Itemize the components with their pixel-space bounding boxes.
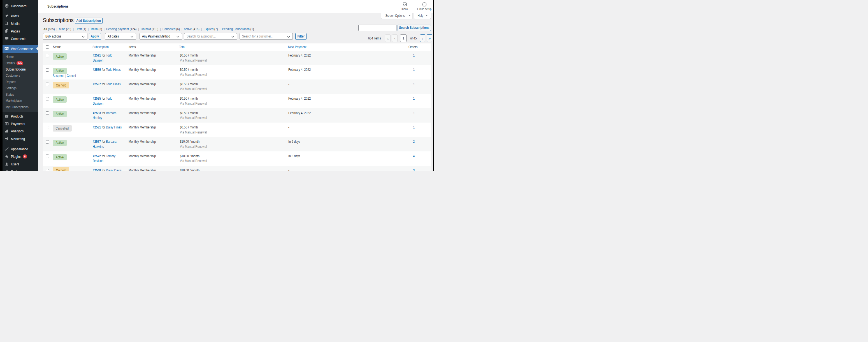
svg-text:$: $ xyxy=(6,122,7,125)
